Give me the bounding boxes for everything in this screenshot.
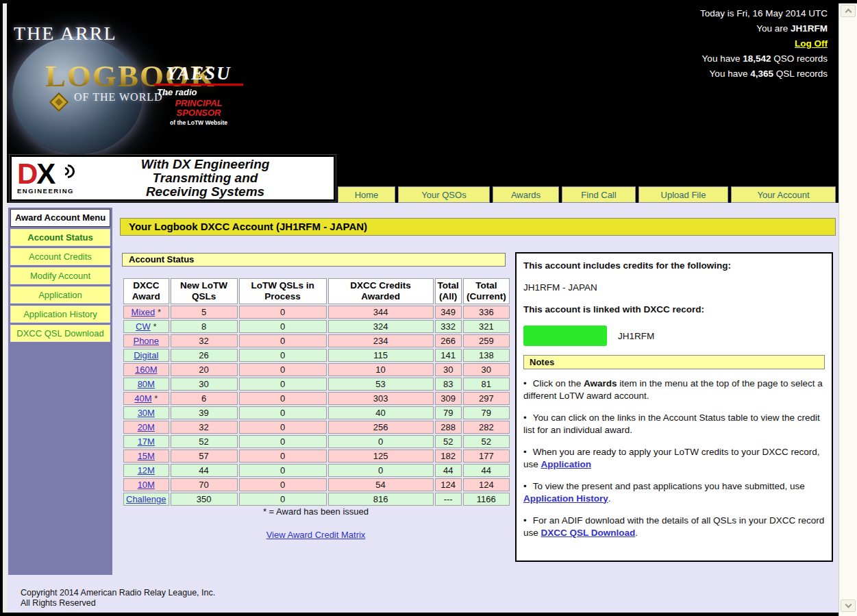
value-cell: 0	[328, 435, 434, 448]
sidebar-item-modify-account[interactable]: Modify Account	[10, 267, 110, 284]
bullet-icon: •	[523, 447, 527, 457]
user-callsign: JH1RFM	[791, 23, 828, 34]
nav-tab-your-account[interactable]: Your Account	[731, 186, 836, 203]
yaesu-principal-sponsor: PRINCIPALSPONSOR	[154, 99, 243, 118]
nav-tab-home[interactable]: Home	[338, 186, 395, 203]
award-link[interactable]: 80M	[138, 379, 155, 389]
award-link[interactable]: Challenge	[126, 494, 166, 504]
value-cell: 309	[435, 392, 462, 405]
award-cell: 12M	[123, 464, 169, 477]
table-row: Mixed *50344349336	[123, 306, 510, 319]
soundwave-icon	[58, 162, 77, 181]
value-cell: 79	[435, 406, 462, 419]
value-cell: 282	[463, 421, 510, 434]
copyright-footer: Copyright 2014 American Radio Relay Leag…	[21, 588, 215, 608]
vertical-scrollbar[interactable]	[839, 3, 857, 616]
col-new-lotw-qsls: New LoTW QSLs	[171, 278, 238, 304]
dx-engineering-ad-banner[interactable]: DX ENGINEERING With DX Engineering Trans…	[10, 155, 336, 201]
note-link[interactable]: Application History	[523, 493, 608, 504]
note-link[interactable]: DXCC QSL Download	[541, 528, 636, 538]
award-link[interactable]: 12M	[138, 465, 155, 476]
value-cell: 234	[328, 334, 434, 347]
value-cell: 32	[171, 334, 238, 347]
value-cell: 53	[328, 378, 434, 391]
award-link[interactable]: Mixed	[132, 307, 156, 317]
value-cell: 39	[171, 406, 238, 419]
scroll-down-button[interactable]	[841, 600, 856, 612]
sidebar-item-dxcc-qsl-download[interactable]: DXCC QSL Download	[10, 325, 110, 342]
table-row: 15M570125182177	[123, 449, 510, 463]
value-cell: 44	[171, 464, 238, 477]
nav-tab-awards[interactable]: Awards	[493, 186, 559, 203]
notes-section-header: Notes	[523, 355, 825, 369]
value-cell: 297	[463, 392, 510, 405]
table-row: 17M52005252	[123, 435, 510, 448]
award-link[interactable]: 30M	[138, 408, 155, 418]
bullet-icon: •	[523, 481, 527, 491]
table-row: 30M390407979	[123, 406, 510, 419]
sidebar-item-account-status[interactable]: Account Status	[10, 229, 110, 246]
bullet-icon: •	[523, 412, 527, 423]
value-cell: 5	[171, 306, 238, 319]
yaesu-tagline: The radio	[154, 87, 243, 97]
value-cell: 0	[239, 349, 327, 362]
award-link[interactable]: 15M	[138, 451, 155, 461]
award-cell: 10M	[123, 478, 169, 491]
account-status-section-header: Account Status	[122, 253, 506, 267]
nav-tab-your-qsos[interactable]: Your QSOs	[398, 186, 490, 203]
log-off-link[interactable]: Log Off	[795, 38, 828, 49]
nav-tab-upload-file[interactable]: Upload File	[638, 186, 728, 203]
linked-record-row: JH1RFM	[523, 325, 825, 346]
table-row: 40M *60303309297	[123, 392, 510, 405]
yaesu-subtext: of the LoTW Website	[154, 119, 243, 126]
current-date: Today is Fri, 16 May 2014 UTC	[700, 6, 828, 21]
value-cell: 816	[328, 493, 434, 506]
table-row: 10M70054124124	[123, 478, 510, 491]
note-link[interactable]: Application	[541, 459, 592, 469]
sidebar-item-application-history[interactable]: Application History	[10, 306, 110, 323]
scroll-up-button[interactable]	[841, 5, 856, 17]
current-user: You are JH1RFM	[700, 21, 828, 36]
value-cell: 52	[171, 435, 238, 448]
award-cell: Phone	[123, 334, 169, 347]
award-link[interactable]: Digital	[134, 350, 158, 360]
value-cell: 0	[239, 449, 327, 463]
value-cell: 288	[435, 421, 462, 434]
note-bullet: •For an ADIF download with the details o…	[523, 515, 825, 539]
table-row: 12M44004444	[123, 464, 510, 477]
award-link[interactable]: 160M	[135, 365, 158, 375]
credits-heading: This account includes credits for the fo…	[523, 260, 825, 271]
nav-tab-find-call[interactable]: Find Call	[562, 186, 636, 203]
value-cell: 81	[463, 378, 510, 391]
bullet-icon: •	[523, 378, 527, 389]
value-cell: 350	[171, 493, 238, 506]
value-cell: 125	[328, 449, 434, 463]
award-cell: 160M	[123, 363, 169, 376]
table-row: 20M320256288282	[123, 421, 510, 434]
value-cell: 32	[171, 421, 238, 434]
award-link[interactable]: Phone	[133, 336, 159, 346]
table-row: Digital260115141138	[123, 349, 510, 362]
award-issued-footnote: * = Award has been issued	[122, 506, 510, 517]
top-nav: Home Your QSOs Awards Find Call Upload F…	[338, 186, 836, 203]
award-link[interactable]: CW	[136, 321, 151, 332]
value-cell: 0	[239, 363, 327, 376]
view-award-credit-matrix-link[interactable]: View Award Credit Matrix	[266, 530, 366, 540]
table-body: Mixed *50344349336CW *80324332321Phone32…	[123, 306, 510, 506]
page-title: Your Logbook DXCC Account (JH1RFM - JAPA…	[120, 218, 836, 236]
yaesu-sponsor-logo: YAESU The radio PRINCIPALSPONSOR of the …	[154, 64, 243, 126]
value-cell: 54	[328, 478, 434, 491]
value-cell: 141	[435, 349, 462, 362]
value-cell: 10	[328, 363, 434, 376]
value-cell: 124	[463, 478, 510, 491]
value-cell: 30	[171, 378, 238, 391]
award-link[interactable]: 17M	[138, 436, 155, 447]
award-link[interactable]: 20M	[138, 422, 155, 432]
sidebar-item-application[interactable]: Application	[10, 286, 110, 304]
award-link[interactable]: 40M	[134, 393, 151, 404]
sidebar-item-account-credits[interactable]: Account Credits	[10, 248, 110, 265]
yaesu-red-rule	[154, 84, 243, 86]
note-text: Awards	[584, 378, 617, 389]
award-link[interactable]: 10M	[138, 480, 155, 490]
note-bullet: •Click on the Awards item in the menu at…	[523, 378, 825, 402]
